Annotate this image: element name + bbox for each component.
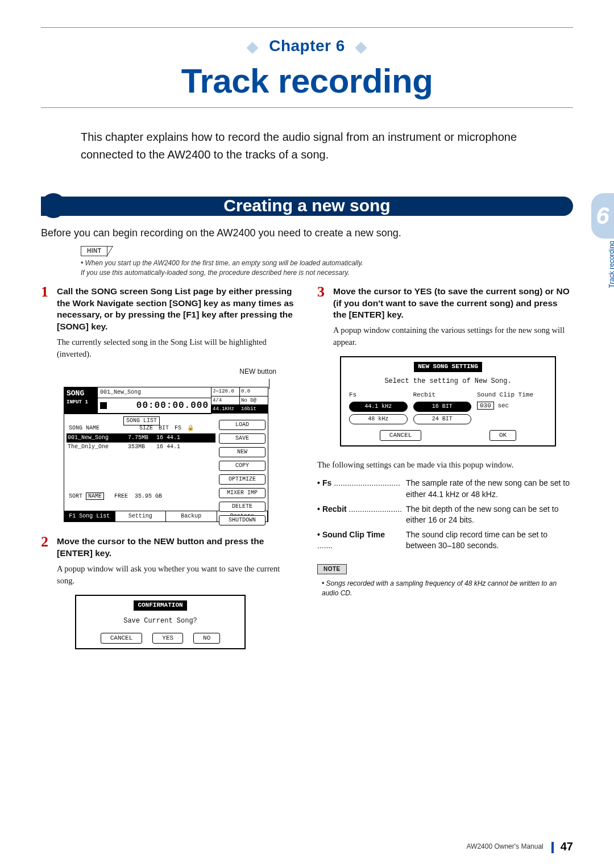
tab-song-list[interactable]: F1 Song List bbox=[64, 511, 115, 521]
col-recbit: Recbit bbox=[413, 391, 472, 399]
save-button[interactable]: SAVE bbox=[219, 433, 265, 444]
new-button[interactable]: NEW bbox=[219, 447, 265, 457]
chapter-head: ◆ Chapter 6 ◆ Track recording bbox=[41, 35, 573, 105]
sct-number[interactable]: 030 bbox=[477, 402, 494, 410]
step-1-body: The currently selected song in the Song … bbox=[57, 336, 297, 360]
term-recbit: Recbit bbox=[322, 504, 347, 514]
sort-label: SORT bbox=[69, 493, 82, 499]
thumb-number: 6 bbox=[591, 193, 614, 239]
recbit-16-button[interactable]: 16 BIT bbox=[413, 402, 472, 412]
sct-value: 030 sec bbox=[477, 402, 547, 412]
tab-setting[interactable]: Setting bbox=[115, 511, 167, 521]
dots: ........................ bbox=[349, 504, 402, 514]
new-button-callout: NEW button bbox=[41, 367, 276, 377]
table-row[interactable]: 001_New_Song 7.75MB 16 44.1 bbox=[67, 433, 215, 443]
hdr-fs: FS bbox=[175, 424, 181, 432]
list-item: •Recbit ........................ The bit… bbox=[317, 504, 573, 526]
row-fs: 44.1 bbox=[167, 434, 180, 442]
recbit-24-button[interactable]: 24 BIT bbox=[413, 414, 472, 424]
section-lede: Before you can begin recording on the AW… bbox=[41, 226, 556, 240]
row-name: The_Only_One bbox=[68, 443, 125, 451]
section-banner: Creating a new song bbox=[41, 193, 573, 218]
step-3-body: A popup window containing the various se… bbox=[333, 324, 573, 348]
row-fs: 44.1 bbox=[167, 443, 180, 451]
cancel-button[interactable]: CANCEL bbox=[380, 430, 422, 441]
step-3-title: Move the cursor to YES (to save the curr… bbox=[333, 286, 573, 322]
fs-48-button[interactable]: 48 kHz bbox=[349, 414, 408, 424]
step-3: 3 Move the cursor to YES (to save the cu… bbox=[317, 286, 573, 349]
popup-intro: The following settings can be made via t… bbox=[317, 459, 573, 471]
copy-button[interactable]: COPY bbox=[219, 461, 265, 471]
free-label: FREE bbox=[114, 493, 128, 499]
shutdown-button[interactable]: SHUTDOWN bbox=[219, 515, 265, 525]
left-column: 1 Call the SONG screen Song List page by… bbox=[41, 286, 297, 649]
lcd-song-label: SONG bbox=[67, 389, 95, 399]
hdr-size: SIZE bbox=[139, 424, 153, 432]
right-column: 3 Move the cursor to YES (to save the cu… bbox=[317, 286, 573, 649]
settings-definition-list: •Fs .............................. The s… bbox=[317, 478, 573, 552]
lcd-nodb: No D@ bbox=[239, 397, 268, 406]
dots: .............................. bbox=[334, 478, 400, 487]
lcd-song-tab: SONG INPUT 1 bbox=[64, 387, 97, 414]
new-song-setting-dialog: NEW SONG SETTING Select the setting of N… bbox=[340, 356, 556, 446]
row-bit: 16 bbox=[156, 434, 163, 442]
confirmation-message: Save Current Song? bbox=[81, 616, 240, 626]
row-size: 7.75MB bbox=[128, 434, 153, 442]
side-thumb-tab: 6 Track recording bbox=[583, 193, 614, 284]
term-fs: Fs bbox=[322, 478, 331, 487]
chapter-title: Track recording bbox=[41, 57, 573, 105]
lcd-timecode: 00:00:00.000 bbox=[136, 399, 209, 412]
step-2-title: Move the cursor to the NEW button and pr… bbox=[57, 536, 297, 560]
footer-text: AW2400 Owner's Manual bbox=[467, 842, 544, 852]
lcd-rate: 44.1KHz bbox=[211, 405, 239, 414]
page-number: 47 bbox=[561, 838, 573, 854]
lcd-tempo: J=120.0 bbox=[211, 387, 239, 397]
list-item: •Sound Clip Time ....... The sound clip … bbox=[317, 529, 573, 552]
step-1-number: 1 bbox=[41, 285, 48, 299]
table-row[interactable]: The_Only_One 353MB 16 44.1 bbox=[67, 443, 215, 452]
note-text: • Songs recorded with a sampling frequen… bbox=[322, 579, 573, 598]
top-rule bbox=[41, 27, 573, 28]
diamond-right-icon: ◆ bbox=[355, 38, 367, 55]
two-column-layout: 1 Call the SONG screen Song List page by… bbox=[41, 286, 573, 649]
sct-unit: sec bbox=[497, 402, 509, 409]
dots: ....... bbox=[317, 541, 333, 550]
mixer-imp-button[interactable]: MIXER IMP bbox=[219, 488, 265, 498]
page-footer: AW2400 Owner's Manual 47 bbox=[467, 838, 574, 854]
row-name: 001_New_Song bbox=[68, 434, 125, 442]
yes-button[interactable]: YES bbox=[152, 633, 183, 644]
load-button[interactable]: LOAD bbox=[219, 420, 265, 430]
optimize-button[interactable]: OPTIMIZE bbox=[219, 474, 265, 485]
hdr-name: SONG NAME bbox=[69, 424, 99, 432]
lcd-input-label: INPUT 1 bbox=[67, 399, 95, 406]
def-sct: The sound clip record time can be set to… bbox=[406, 529, 573, 552]
lcd-bit: 16bit bbox=[239, 405, 268, 414]
new-song-message: Select the setting of New Song. bbox=[346, 377, 550, 386]
col-fs: Fs bbox=[349, 391, 408, 399]
lcd-sig: 4/4 bbox=[211, 397, 239, 406]
chapter-label-text: Chapter 6 bbox=[269, 37, 345, 55]
step-2-body: A popup window will ask you whether you … bbox=[57, 563, 297, 587]
sort-value[interactable]: NAME bbox=[86, 493, 104, 500]
lock-icon: 🔒 bbox=[187, 424, 194, 432]
step-3-number: 3 bbox=[317, 285, 325, 299]
step-1: 1 Call the SONG screen Song List page by… bbox=[41, 286, 297, 361]
row-size: 353MB bbox=[128, 443, 153, 451]
note-tag: NOTE bbox=[317, 564, 347, 574]
tab-backup[interactable]: Backup bbox=[166, 511, 217, 521]
step-2: 2 Move the cursor to the NEW button and … bbox=[41, 536, 297, 587]
page: ◆ Chapter 6 ◆ Track recording This chapt… bbox=[0, 0, 614, 868]
no-button[interactable]: NO bbox=[193, 633, 220, 644]
chapter-label: ◆ Chapter 6 ◆ bbox=[41, 35, 573, 57]
songlist-header: SONG NAME SIZE BIT FS 🔒 bbox=[69, 424, 194, 432]
note-box: NOTE • Songs recorded with a sampling fr… bbox=[317, 562, 573, 598]
confirmation-header: CONFIRMATION bbox=[134, 600, 186, 610]
ok-button[interactable]: OK bbox=[489, 430, 516, 441]
song-list-screenshot: SONG INPUT 1 001_New_Song 00:00:00.000 bbox=[64, 387, 268, 522]
delete-button[interactable]: DELETE bbox=[219, 502, 265, 512]
def-recbit: The bit depth of the new song can be set… bbox=[406, 504, 573, 526]
fs-44-button[interactable]: 44.1 kHz bbox=[349, 402, 408, 412]
list-item: •Fs .............................. The s… bbox=[317, 478, 573, 500]
section-title: Creating a new song bbox=[41, 193, 573, 218]
cancel-button[interactable]: CANCEL bbox=[101, 633, 143, 644]
